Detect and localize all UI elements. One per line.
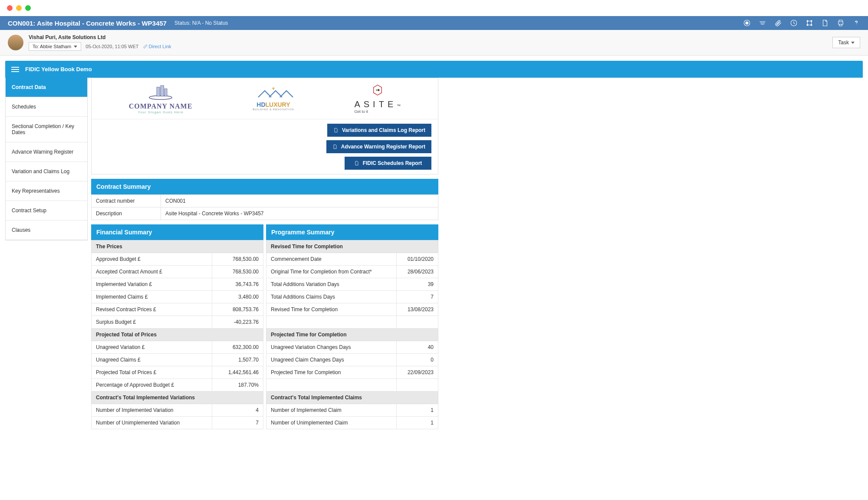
sidebar-item-key-representatives[interactable]: Key Representatives xyxy=(6,181,87,201)
sidebar-item-sectional-completion[interactable]: Sectional Completion / Key Dates xyxy=(6,117,87,142)
company-logo-3: ASITE™ Get to it xyxy=(354,83,401,114)
svg-rect-9 xyxy=(161,86,164,96)
lines-icon[interactable] xyxy=(759,19,766,27)
close-window-icon[interactable] xyxy=(7,5,13,11)
record-icon[interactable] xyxy=(743,19,751,27)
recipient-label: To: Abbie Statham xyxy=(33,44,71,49)
sidebar-item-schedules[interactable]: Schedules xyxy=(6,97,87,117)
svg-rect-8 xyxy=(157,87,160,96)
direct-link[interactable]: Direct Link xyxy=(143,44,171,49)
chevron-down-icon xyxy=(74,46,77,48)
contract-summary-header: Contract Summary xyxy=(91,179,438,194)
chevron-down-icon xyxy=(851,42,855,44)
module-header: FIDIC Yellow Book Demo xyxy=(5,61,863,78)
user-avatar xyxy=(8,35,23,50)
window-controls xyxy=(0,0,868,16)
page-title: CON001: Asite Hospital - Concrete Works … xyxy=(8,20,167,27)
sidebar: Contract Data Schedules Sectional Comple… xyxy=(5,78,88,240)
clock-icon[interactable] xyxy=(790,19,798,27)
financial-table: The Prices Approved Budget £768,530.00 A… xyxy=(91,240,263,429)
table-section-header: Projected Time for Completion xyxy=(266,329,438,341)
svg-point-4 xyxy=(811,20,812,22)
help-icon[interactable] xyxy=(852,19,860,27)
company-logo-2: HDLUXURY BUILDING & RENOVATION xyxy=(250,83,297,114)
contract-number-value: CON001 xyxy=(161,195,438,207)
table-section-header: Projected Total of Prices xyxy=(92,329,263,341)
sidebar-item-advance-warning[interactable]: Advance Warning Register xyxy=(6,142,87,162)
contract-number-label: Contract number xyxy=(92,195,161,207)
table-section-header: Contract's Total Implemented Variations xyxy=(92,391,263,404)
svg-point-1 xyxy=(746,22,748,24)
distribution-icon[interactable] xyxy=(806,19,813,27)
description-value: Asite Hospital - Concrete Works - WP3457 xyxy=(161,207,438,220)
table-section-header: Contract's Total Implemented Claims xyxy=(266,391,438,404)
svg-point-6 xyxy=(811,24,812,26)
maximize-window-icon[interactable] xyxy=(25,5,31,11)
company-logo-1: COMPANY NAME Your Slogan Goes Here xyxy=(129,83,193,114)
top-bar: CON001: Asite Hospital - Concrete Works … xyxy=(0,16,868,30)
financial-summary-header: Financial Summary xyxy=(91,224,263,240)
hamburger-icon[interactable] xyxy=(11,67,19,72)
main-content: COMPANY NAME Your Slogan Goes Here HDLUX… xyxy=(91,78,438,429)
variations-claims-report-button[interactable]: Variations and Claims Log Report xyxy=(327,124,431,137)
sidebar-item-contract-setup[interactable]: Contract Setup xyxy=(6,201,87,220)
recipient-dropdown[interactable]: To: Abbie Statham xyxy=(29,42,81,51)
table-section-header: Revised Time for Completion xyxy=(266,240,438,253)
programme-summary-header: Programme Summary xyxy=(266,224,438,240)
sidebar-item-variation-claims[interactable]: Variation and Claims Log xyxy=(6,162,87,181)
module-title: FIDIC Yellow Book Demo xyxy=(25,66,92,72)
advance-warning-report-button[interactable]: Advance Warning Register Report xyxy=(326,140,431,153)
contract-summary-table: Contract numberCON001 DescriptionAsite H… xyxy=(91,194,438,220)
svg-point-5 xyxy=(807,24,808,26)
description-label: Description xyxy=(92,207,161,220)
minimize-window-icon[interactable] xyxy=(16,5,22,11)
fidic-schedules-report-button[interactable]: FIDIC Schedules Report xyxy=(345,157,431,170)
sidebar-item-contract-data[interactable]: Contract Data xyxy=(6,78,87,97)
meta-bar: Vishal Puri, Asite Solutions Ltd To: Abb… xyxy=(0,30,868,56)
table-section-header: The Prices xyxy=(92,240,263,253)
user-name: Vishal Puri, Asite Solutions Ltd xyxy=(29,34,171,40)
attachment-icon[interactable] xyxy=(774,19,782,27)
task-button[interactable]: Task xyxy=(832,37,860,48)
svg-point-3 xyxy=(807,20,808,22)
status-label: Status: N/A - No Status xyxy=(174,20,228,26)
programme-table: Revised Time for Completion Commencement… xyxy=(266,240,438,429)
print-icon[interactable] xyxy=(837,19,845,27)
sidebar-item-clauses[interactable]: Clauses xyxy=(6,220,87,240)
document-icon[interactable] xyxy=(821,19,829,27)
timestamp: 05-Oct-2020, 11:05 WET xyxy=(85,44,138,49)
svg-rect-10 xyxy=(164,89,167,96)
